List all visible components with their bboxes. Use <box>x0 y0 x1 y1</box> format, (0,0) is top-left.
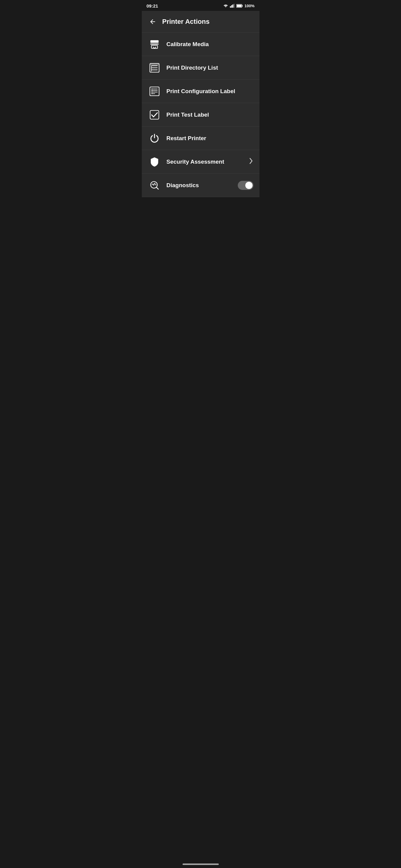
security-assessment-label: Security Assessment <box>167 158 249 165</box>
config-icon <box>148 85 161 98</box>
svg-rect-0 <box>230 6 231 8</box>
calibrate-icon <box>148 38 161 51</box>
power-icon <box>148 132 161 145</box>
svg-rect-5 <box>242 5 242 6</box>
toggle-thumb <box>245 182 253 189</box>
svg-rect-1 <box>231 5 232 7</box>
menu-item-security-assessment[interactable]: Security Assessment <box>142 150 259 174</box>
calibrate-media-label: Calibrate Media <box>167 41 254 48</box>
status-icons: 100% <box>223 4 254 8</box>
menu-item-restart-printer[interactable]: Restart Printer <box>142 127 259 150</box>
svg-line-27 <box>156 187 158 189</box>
back-button[interactable] <box>147 16 159 28</box>
page-title: Printer Actions <box>162 18 210 26</box>
svg-point-23 <box>151 91 152 92</box>
svg-rect-7 <box>150 40 159 43</box>
menu-item-diagnostics[interactable]: Diagnostics <box>142 174 259 197</box>
print-directory-list-label: Print Directory List <box>167 64 254 71</box>
menu-list: Calibrate Media Print Directory List <box>142 33 259 197</box>
shield-icon <box>148 155 161 168</box>
diagnostics-toggle[interactable] <box>238 181 254 190</box>
bottom-area <box>142 197 259 348</box>
battery-percentage: 100% <box>245 4 254 8</box>
list-icon <box>148 61 161 74</box>
status-time: 09:21 <box>147 3 158 8</box>
restart-printer-label: Restart Printer <box>167 135 254 142</box>
svg-point-21 <box>151 88 152 89</box>
diagnostics-icon <box>148 179 161 192</box>
menu-item-print-test-label[interactable]: Print Test Label <box>142 103 259 127</box>
menu-item-print-configuration-label[interactable]: Print Configuration Label <box>142 80 259 103</box>
svg-rect-8 <box>150 43 159 44</box>
toggle-track <box>238 181 254 190</box>
status-bar: 09:21 100% <box>142 0 259 11</box>
chevron-right-icon <box>249 157 254 166</box>
app-bar: Printer Actions <box>142 11 259 33</box>
checkbox-icon <box>148 108 161 121</box>
menu-item-print-directory-list[interactable]: Print Directory List <box>142 56 259 80</box>
svg-rect-6 <box>237 4 242 7</box>
svg-rect-9 <box>151 45 157 48</box>
signal-icon <box>230 4 235 8</box>
wifi-icon <box>223 4 228 8</box>
svg-rect-16 <box>150 87 159 96</box>
battery-icon <box>236 4 243 8</box>
svg-rect-2 <box>232 4 233 7</box>
svg-rect-3 <box>233 4 234 8</box>
svg-point-24 <box>151 93 152 94</box>
svg-point-22 <box>151 90 152 91</box>
print-test-label-label: Print Test Label <box>167 112 254 118</box>
diagnostics-label: Diagnostics <box>167 182 238 189</box>
menu-item-calibrate-media[interactable]: Calibrate Media <box>142 33 259 56</box>
print-configuration-label-label: Print Configuration Label <box>167 88 254 95</box>
back-arrow-icon <box>149 18 156 25</box>
svg-rect-14 <box>150 64 159 65</box>
